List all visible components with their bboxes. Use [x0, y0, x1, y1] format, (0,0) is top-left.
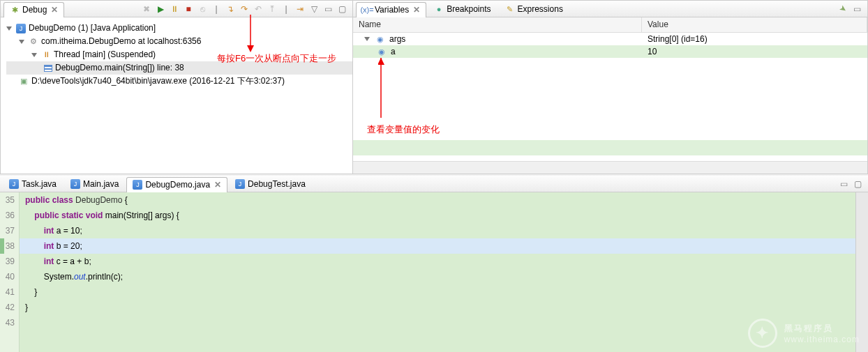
thread-icon: ⏸ [41, 50, 51, 60]
step-return-icon[interactable]: ↶ [252, 3, 264, 15]
expand-icon[interactable] [6, 26, 12, 31]
java-file-icon: J [70, 179, 80, 189]
minimize-icon[interactable]: ▭ [851, 3, 863, 15]
suspend-icon[interactable]: ⏸ [168, 3, 181, 15]
detail-pane [353, 140, 867, 155]
var-icon: ◉ [377, 47, 387, 56]
minimize-icon[interactable]: ▭ [322, 3, 334, 15]
code-area[interactable]: public class DebugDemo { public static v… [20, 192, 855, 352]
pin-icon[interactable]: ➤ [837, 3, 849, 15]
view-menu-icon[interactable]: ▽ [308, 3, 320, 15]
tree-launch[interactable]: J DebugDemo (1) [Java Application] [6, 22, 352, 35]
tab-debug[interactable]: ✱ Debug ✕ [3, 2, 64, 17]
close-icon[interactable]: ✕ [51, 5, 58, 15]
tree-target[interactable]: ⚙ com.itheima.DebugDemo at localhost:635… [6, 35, 352, 48]
tab-label: DebugDemo.java [145, 180, 210, 190]
debug-view: ✱ Debug ✕ ✖ ▶ ⏸ ■ ⎋ | ↴ ↷ ↶ ⤒ | ⇥ ▽ ▭ ▢ [0, 0, 353, 174]
tab-main-java[interactable]: JMain.java [64, 176, 125, 192]
tab-task-java[interactable]: JTask.java [3, 176, 63, 192]
breakpoints-icon: ● [434, 4, 444, 14]
step-filters-icon[interactable]: ⇥ [294, 3, 306, 15]
var-icon: ◉ [375, 34, 385, 44]
stack-icon [44, 65, 52, 72]
terminate-icon[interactable]: ■ [182, 3, 195, 15]
expand-icon[interactable] [364, 37, 370, 41]
debug-view-tabs: ✱ Debug ✕ ✖ ▶ ⏸ ■ ⎋ | ↴ ↷ ↶ ⤒ | ⇥ ▽ ▭ ▢ [1, 1, 352, 17]
java-app-icon: J [16, 24, 26, 33]
variables-icon: (x)= [362, 5, 372, 15]
close-icon[interactable]: ✕ [214, 180, 221, 190]
var-row[interactable]: ◉args String[0] (id=16) [353, 33, 867, 45]
tab-debugtest-java[interactable]: JDebugTest.java [229, 176, 312, 192]
arrow-2 [378, 58, 392, 122]
editor-body[interactable]: 353637383940414243 public class DebugDem… [0, 192, 868, 352]
var-value: String[0] (id=16) [642, 34, 867, 44]
minimize-icon[interactable]: ▭ [837, 178, 850, 190]
bug-icon: ✱ [10, 5, 20, 15]
tree-thread-label: Thread [main] (Suspended) [54, 48, 156, 61]
maximize-icon[interactable]: ▢ [851, 178, 864, 190]
tree-target-label: com.itheima.DebugDemo at localhost:6356 [41, 35, 201, 48]
tree-launch-label: DebugDemo (1) [Java Application] [29, 22, 156, 35]
process-icon: ▣ [19, 77, 29, 86]
var-name: a [391, 47, 396, 56]
tab-expressions[interactable]: ✎ Expressions [499, 1, 569, 17]
variables-panel: (x)= Variables ✕ ● Breakpoints ✎ Express… [353, 0, 868, 174]
expressions-icon: ✎ [505, 4, 515, 14]
tree-process[interactable]: ▣ D:\deveTools\jdk7u40_64bit\bin\javaw.e… [6, 75, 352, 88]
tab-label: Task.java [22, 179, 57, 189]
brand-name: 黑马程序员 [784, 323, 833, 333]
watermark: ✦ 黑马程序员 www.itheima.com [748, 319, 860, 348]
annotation-vars: 查看变量值的变化 [367, 123, 440, 136]
drop-frame-icon[interactable]: ⤒ [266, 3, 278, 15]
sep2: | [280, 3, 292, 15]
disconnect-icon[interactable]: ⎋ [196, 3, 209, 15]
var-value: 10 [642, 47, 867, 56]
tab-breakpoints-label: Breakpoints [447, 4, 491, 14]
tab-label: Main.java [83, 179, 119, 189]
tab-variables-label: Variables [375, 5, 409, 15]
arrow-1 [245, 15, 287, 52]
col-value[interactable]: Value [642, 17, 867, 32]
annotation-f6: 每按F6一次从断点向下走一步 [217, 52, 336, 65]
editor-area: JTask.java JMain.java JDebugDemo.java✕ J… [0, 176, 868, 352]
tab-expressions-label: Expressions [518, 4, 563, 14]
java-file-icon: J [133, 180, 142, 190]
h-scrollbar[interactable] [353, 161, 867, 174]
col-name[interactable]: Name [353, 17, 642, 32]
line-gutter: 353637383940414243 [0, 192, 20, 352]
vars-header: Name Value [353, 17, 867, 33]
tree-process-label: D:\deveTools\jdk7u40_64bit\bin\javaw.exe… [31, 75, 285, 88]
debug-toolbar: ✖ ▶ ⏸ ■ ⎋ | ↴ ↷ ↶ ⤒ | ⇥ ▽ ▭ ▢ [140, 3, 352, 15]
close-icon[interactable]: ✕ [413, 5, 420, 15]
vars-tabs: (x)= Variables ✕ ● Breakpoints ✎ Express… [353, 1, 867, 17]
step-into-icon[interactable]: ↴ [224, 3, 237, 15]
vars-body: ◉args String[0] (id=16) ◉a 10 查看变量值的变化 [353, 33, 867, 174]
expand-icon[interactable] [31, 53, 37, 57]
remove-terminated-icon[interactable]: ✖ [140, 3, 153, 15]
var-name: args [389, 34, 405, 44]
step-over-icon[interactable]: ↷ [238, 3, 250, 15]
brand-url: www.itheima.com [784, 335, 860, 344]
java-file-icon: J [235, 179, 245, 189]
var-row[interactable]: ◉a 10 [353, 45, 867, 58]
tab-label: DebugTest.java [248, 179, 306, 189]
svg-marker-4 [378, 58, 384, 65]
java-file-icon: J [9, 179, 19, 189]
expand-icon[interactable] [19, 40, 24, 44]
tree-frame-label: DebugDemo.main(String[]) line: 38 [55, 61, 184, 75]
sep: | [210, 3, 223, 15]
tab-debug-label: Debug [22, 5, 47, 15]
tab-breakpoints[interactable]: ● Breakpoints [428, 1, 497, 17]
resume-icon[interactable]: ▶ [154, 3, 167, 15]
editor-tabs: JTask.java JMain.java JDebugDemo.java✕ J… [0, 176, 868, 192]
maximize-icon[interactable]: ▢ [336, 3, 348, 15]
brand-logo-icon: ✦ [748, 319, 777, 348]
svg-marker-1 [247, 45, 254, 52]
tab-variables[interactable]: (x)= Variables ✕ [356, 2, 426, 17]
target-icon: ⚙ [29, 37, 38, 47]
tab-debugdemo-java[interactable]: JDebugDemo.java✕ [126, 177, 227, 192]
